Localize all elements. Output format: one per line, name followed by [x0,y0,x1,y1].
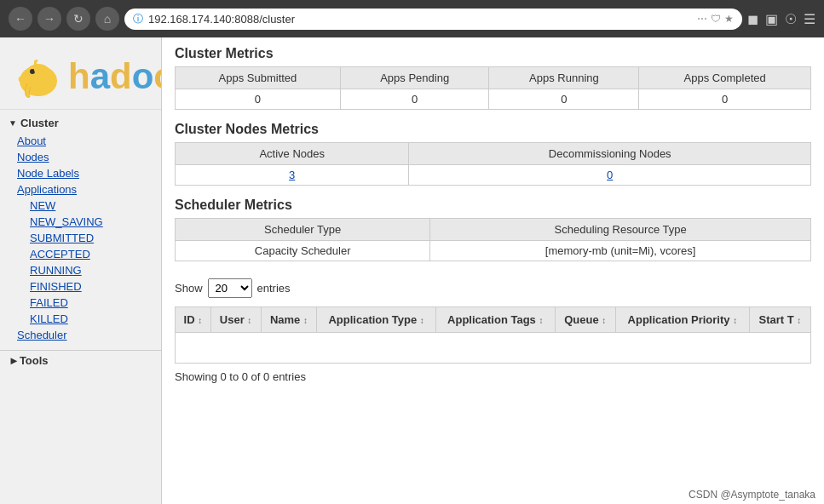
page-layout: hadoop ▼ Cluster About Nodes Node Labels… [0,37,824,504]
col-application-priority[interactable]: Application Priority ↕ [615,307,749,333]
table-header-row: ID ↕ User ↕ Name ↕ Application Type ↕ [176,307,811,333]
app-type-sort-icon: ↕ [420,316,424,325]
name-sort-icon: ↕ [303,316,308,325]
cluster-section: ▼ Cluster About Nodes Node Labels Applic… [0,110,161,346]
col-apps-pending: Apps Pending [340,67,489,89]
sidebar-sublink-killed[interactable]: KILLED [0,311,161,327]
sidebar-item-scheduler[interactable]: Scheduler [0,327,161,343]
show-label: Show [175,282,203,295]
footer-text: CSDN @Asymptote_tanaka [689,489,815,501]
browser-tools: ◼ ▣ ☉ ☰ [747,11,815,27]
cluster-label: Cluster [20,117,59,129]
sidebar-sublink-new-saving[interactable]: NEW_SAVING [0,214,161,230]
sidebar-sublink-finished[interactable]: FINISHED [0,278,161,295]
apps-running-val: 0 [489,89,639,110]
col-id[interactable]: ID ↕ [176,307,211,333]
sidebar-item-applications[interactable]: Applications [0,181,161,198]
browser-chrome: ← → ↻ ⌂ ⓘ 192.168.174.140:8088/cluster ⋯… [0,0,824,37]
col-decommissioning-nodes: Decommissioning Nodes [409,143,811,165]
tools-section-header[interactable]: ► Tools [0,350,161,370]
scheduler-metrics-table: Scheduler Type Scheduling Resource Type … [175,218,811,261]
home-button[interactable]: ⌂ [95,7,119,31]
main-content: Cluster Metrics Apps Submitted Apps Pend… [162,37,824,504]
cluster-header[interactable]: ▼ Cluster [0,113,161,133]
col-application-type[interactable]: Application Type ↕ [317,307,436,333]
cluster-arrow-icon: ▼ [9,118,17,128]
back-button[interactable]: ← [9,7,32,31]
cluster-metrics-row: 0 0 0 0 [176,89,811,110]
library-icon[interactable]: ◼ [747,11,758,27]
sidebar-sublink-new[interactable]: NEW [0,198,161,214]
security-icon: ⓘ [133,12,143,26]
url-actions: ⋯ 🛡 ★ [697,13,734,25]
col-scheduler-type: Scheduler Type [176,219,430,241]
scheduling-resource-type-val: [memory-mb (unit=Mi), vcores] [430,241,811,261]
scheduler-metrics-row: Capacity Scheduler [memory-mb (unit=Mi),… [176,241,811,261]
applications-table: ID ↕ User ↕ Name ↕ Application Type ↕ [175,306,811,364]
empty-row [176,333,811,364]
sidebar-sublink-accepted[interactable]: ACCEPTED [0,246,161,262]
apps-completed-val: 0 [639,89,811,110]
elephant-icon [9,51,68,102]
menu-icon[interactable]: ☰ [804,11,815,27]
forward-button[interactable]: → [37,7,61,31]
cluster-nodes-row: 3 0 [176,165,811,186]
table-body [176,333,811,364]
tools-arrow-icon: ► [9,354,20,367]
queue-sort-icon: ↕ [602,316,606,325]
cluster-nodes-title: Cluster Nodes Metrics [175,122,811,137]
col-apps-submitted: Apps Submitted [176,67,341,89]
col-user[interactable]: User ↕ [210,307,261,333]
apps-submitted-val: 0 [176,89,341,110]
reload-button[interactable]: ↻ [66,7,90,31]
col-queue[interactable]: Queue ↕ [555,307,615,333]
cluster-metrics-title: Cluster Metrics [175,46,811,61]
tabs-icon[interactable]: ▣ [765,11,778,27]
hadoop-text-logo: hadoop [68,56,162,97]
scheduler-type-val: Capacity Scheduler [176,241,430,261]
user-sort-icon: ↕ [247,316,251,325]
address-bar[interactable]: ⓘ 192.168.174.140:8088/cluster ⋯ 🛡 ★ [124,9,742,30]
col-name[interactable]: Name ↕ [261,307,317,333]
profile-icon[interactable]: ☉ [785,11,797,27]
sidebar-item-nodes[interactable]: Nodes [0,149,161,165]
sidebar-item-about[interactable]: About [0,133,161,149]
col-scheduling-resource-type: Scheduling Resource Type [430,219,811,241]
cluster-nodes-table: Active Nodes Decommissioning Nodes 3 0 [175,142,811,186]
cluster-metrics-table: Apps Submitted Apps Pending Apps Running… [175,66,811,110]
col-active-nodes: Active Nodes [176,143,409,165]
logo-area: hadoop [0,44,161,110]
footer: CSDN @Asymptote_tanaka [680,485,824,504]
sidebar-item-node-labels[interactable]: Node Labels [0,165,161,181]
url-text: 192.168.174.140:8088/cluster [148,13,692,26]
col-apps-running: Apps Running [489,67,639,89]
entries-label: entries [257,282,291,295]
id-sort-icon: ↕ [198,316,202,325]
sidebar-sublink-failed[interactable]: FAILED [0,295,161,311]
sidebar: hadoop ▼ Cluster About Nodes Node Labels… [0,37,162,504]
entries-select[interactable]: 10 20 25 50 100 [208,278,252,298]
shield-icon[interactable]: 🛡 [711,13,721,25]
scheduler-metrics-title: Scheduler Metrics [175,198,811,213]
showing-entries-text: Showing 0 to 0 of 0 entries [175,364,811,390]
sidebar-sublink-submitted[interactable]: SUBMITTED [0,230,161,246]
start-sort-icon: ↕ [797,316,801,325]
active-nodes-val[interactable]: 3 [176,165,409,186]
app-priority-sort-icon: ↕ [733,316,737,325]
col-start-time[interactable]: Start T ↕ [749,307,810,333]
hadoop-logo: hadoop [9,51,162,102]
apps-pending-val: 0 [340,89,489,110]
app-tags-sort-icon: ↕ [539,316,543,325]
col-apps-completed: Apps Completed [639,67,811,89]
decommissioning-nodes-val[interactable]: 0 [409,165,811,186]
bookmark-icon[interactable]: ★ [724,13,734,25]
show-entries-bar: Show 10 20 25 50 100 entries [175,273,811,303]
tools-label: Tools [20,354,49,367]
col-application-tags[interactable]: Application Tags ↕ [435,307,555,333]
sidebar-sublink-running[interactable]: RUNNING [0,262,161,278]
more-icon[interactable]: ⋯ [697,13,707,25]
